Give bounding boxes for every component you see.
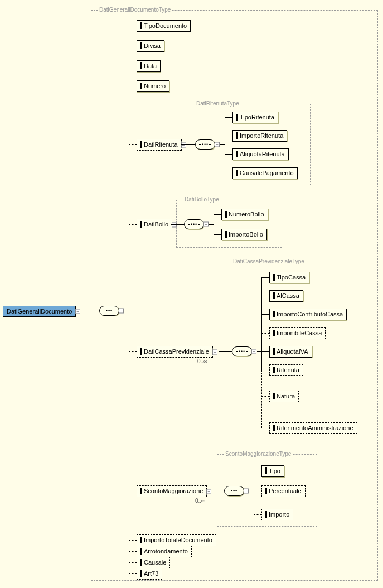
connector (261, 370, 262, 428)
group-sconto-label: ScontoMaggiorazioneType (224, 451, 293, 457)
connector (129, 351, 137, 352)
node-imponibilecassa[interactable]: ImponibileCassa (269, 327, 326, 339)
connector (254, 491, 261, 491)
node-art73[interactable]: Art73 (137, 568, 162, 580)
node-sconto[interactable]: ScontoMaggiorazione − (137, 485, 207, 497)
connector (214, 214, 221, 215)
connector (129, 144, 129, 311)
root-node[interactable]: DatiGeneraliDocumento − (3, 306, 76, 317)
node-numero[interactable]: Numero (137, 80, 169, 92)
connector (214, 234, 221, 235)
connector (129, 551, 137, 552)
group-main-label: DatiGeneraliDocumentoType (98, 7, 172, 13)
connector (129, 86, 137, 86)
node-importoritenuta[interactable]: ImportoRitenuta (232, 130, 287, 142)
node-natura[interactable]: Natura (269, 391, 299, 402)
seq-cassa[interactable]: •••− (232, 346, 252, 356)
connector (261, 370, 269, 370)
root-toggle[interactable]: − (75, 309, 80, 314)
seq-bollo[interactable]: •••− (184, 219, 204, 229)
seq-toggle[interactable]: − (119, 309, 124, 314)
node-datiritenuta[interactable]: DatiRitenuta − (137, 139, 182, 151)
seq-main[interactable]: ••• − (99, 306, 119, 316)
connector (225, 117, 225, 173)
connector (181, 144, 195, 145)
connector (254, 471, 261, 471)
connector (254, 491, 254, 514)
connector (261, 277, 269, 278)
connector (129, 144, 137, 145)
connector (254, 514, 261, 515)
connector (261, 351, 269, 352)
node-riferimento[interactable]: RiferimentoAmministrazione (269, 422, 357, 434)
node-tipo-sconto[interactable]: Tipo (261, 465, 284, 477)
seq-dots: ••• (106, 308, 113, 314)
root-label: DatiGeneraliDocumento (7, 308, 72, 315)
connector (225, 154, 232, 155)
node-causale[interactable]: Causale (137, 557, 170, 568)
node-divisa[interactable]: Divisa (137, 40, 164, 52)
connector (129, 66, 137, 66)
node-datibollo[interactable]: DatiBollo − (137, 219, 172, 230)
node-importobollo[interactable]: ImportoBollo (221, 229, 267, 240)
connector (129, 46, 137, 46)
connector (171, 224, 184, 225)
connector (225, 136, 232, 136)
node-aliquotaritenuta[interactable]: AliquotaRitenuta (232, 148, 289, 160)
node-daticassa[interactable]: DatiCassaPrevidenziale − (137, 346, 213, 358)
connector (124, 311, 129, 311)
connector (212, 491, 224, 491)
connector (261, 428, 269, 428)
node-importototale[interactable]: ImportoTotaleDocumento (137, 534, 216, 546)
connector (261, 277, 262, 370)
toggle-sconto[interactable]: − (206, 489, 211, 494)
connector (129, 224, 137, 225)
connector (261, 296, 269, 296)
connector (257, 351, 261, 352)
connector (129, 26, 137, 26)
connector (261, 333, 269, 334)
node-tiporitenuta[interactable]: TipoRitenuta (232, 112, 278, 123)
connector (129, 311, 129, 573)
connector (129, 26, 129, 144)
node-tipocassa[interactable]: TipoCassa (269, 272, 309, 283)
connector (254, 471, 254, 491)
node-importocontributo[interactable]: ImportoContributoCassa (269, 309, 347, 320)
node-numerobollo[interactable]: NumeroBollo (221, 209, 268, 220)
connector (261, 314, 269, 315)
connector (219, 351, 232, 352)
node-alcassa[interactable]: AlCassa (269, 290, 303, 302)
connector (129, 491, 137, 491)
connector (85, 311, 99, 311)
card-sconto: 0..∞ (195, 498, 205, 504)
connector (225, 117, 232, 118)
seq-sconto[interactable]: •••− (224, 486, 244, 496)
card-cassa: 0..∞ (197, 358, 207, 364)
node-importo-sconto[interactable]: Importo (261, 509, 293, 520)
node-ritenuta-cassa[interactable]: Ritenuta (269, 364, 303, 376)
group-cassa-label: DatiCassaPrevidenzialeType (231, 258, 306, 264)
group-bollo-label: DatiBolloType (183, 196, 221, 203)
toggle-cassa[interactable]: − (212, 349, 217, 354)
connector (214, 214, 214, 234)
connector (209, 224, 214, 225)
seq-ritenuta[interactable]: •••− (195, 139, 215, 150)
node-aliquotaiva[interactable]: AliquotaIVA (269, 346, 312, 358)
node-causalepagamento[interactable]: CausalePagamento (232, 167, 298, 179)
connector (225, 173, 232, 173)
node-tipodocumento[interactable]: TipoDocumento (137, 20, 191, 32)
connector (220, 144, 225, 145)
connector (129, 562, 137, 563)
node-percentuale[interactable]: Percentuale (261, 485, 306, 497)
node-data[interactable]: Data (137, 60, 161, 72)
connector (261, 396, 269, 397)
node-arrotondamento[interactable]: Arrotondamento (137, 546, 192, 557)
connector (249, 491, 254, 491)
connector (129, 573, 137, 574)
connector (129, 540, 137, 541)
group-ritenuta-label: DatiRitenutaType (195, 100, 241, 107)
